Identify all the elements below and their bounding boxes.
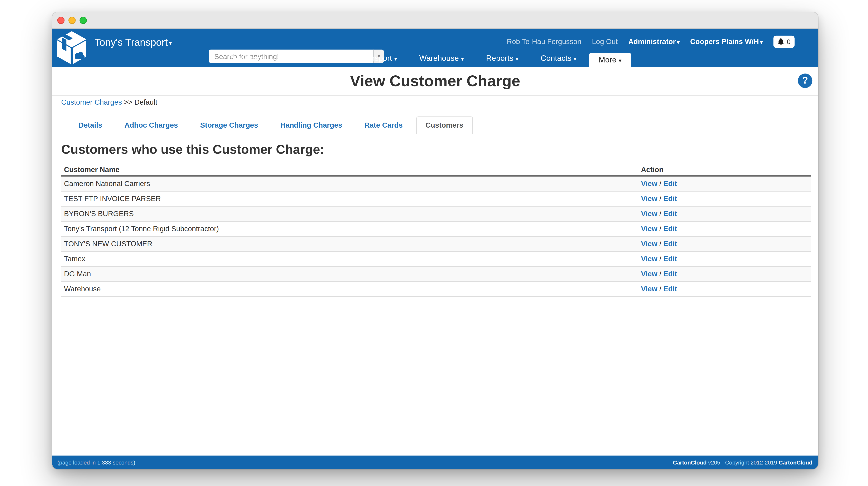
action-cell: View / Edit <box>638 206 811 221</box>
warehouse-dropdown[interactable]: Coopers Plains W/H▾ <box>690 37 763 46</box>
notifications-button[interactable]: 0 <box>773 35 795 48</box>
breadcrumb-customer-charges-link[interactable]: Customer Charges <box>61 98 122 106</box>
view-link[interactable]: View <box>641 179 657 188</box>
caret-down-icon: ▾ <box>574 56 576 62</box>
action-cell: View / Edit <box>638 221 811 236</box>
screenshot-stage: Tony's Transport▾ ▾ Rob Te-Hau Fergusson… <box>0 0 868 486</box>
edit-link[interactable]: Edit <box>663 269 677 278</box>
action-cell: View / Edit <box>638 252 811 266</box>
tab-storage-charges[interactable]: Storage Charges <box>191 117 267 134</box>
customer-name-cell: DG Man <box>61 266 638 282</box>
view-link[interactable]: View <box>641 285 657 293</box>
close-window-button[interactable] <box>57 17 65 24</box>
column-header-customer-name: Customer Name <box>61 164 638 176</box>
customer-name-cell: Tony's Transport (12 Tonne Rigid Subcont… <box>61 221 638 236</box>
caret-down-icon: ▾ <box>169 39 172 46</box>
user-menu: Rob Te-Hau Fergusson Log Out Administrat… <box>507 35 795 48</box>
nav-item-reports[interactable]: Reports▾ <box>476 50 528 67</box>
footer-brand: CartonCloud <box>673 459 707 465</box>
tab-handling-charges[interactable]: Handling Charges <box>272 117 351 134</box>
main-nav: Dashboard +Quick Add▾ Transport▾ Warehou… <box>219 50 631 67</box>
app-window: Tony's Transport▾ ▾ Rob Te-Hau Fergusson… <box>52 12 818 469</box>
view-link[interactable]: View <box>641 225 657 233</box>
view-link[interactable]: View <box>641 209 657 218</box>
caret-down-icon: ▾ <box>516 56 518 62</box>
caret-down-icon: ▾ <box>461 56 464 62</box>
caret-down-icon: ▾ <box>334 56 337 62</box>
action-cell: View / Edit <box>638 236 811 252</box>
logout-link[interactable]: Log Out <box>592 37 618 46</box>
tenant-menu[interactable]: Tony's Transport▾ <box>95 36 172 49</box>
nav-item-dashboard[interactable]: Dashboard <box>219 50 276 67</box>
customers-table: Customer Name Action Cameron National Ca… <box>61 164 811 297</box>
footer-brand-2: CartonCloud <box>779 459 812 465</box>
breadcrumb-separator: >> <box>124 98 134 106</box>
action-cell: View / Edit <box>638 176 811 191</box>
tab-adhoc-charges[interactable]: Adhoc Charges <box>116 117 187 134</box>
nav-item-warehouse[interactable]: Warehouse▾ <box>410 50 473 67</box>
section-heading: Customers who use this Customer Charge: <box>61 142 811 157</box>
tab-rate-cards[interactable]: Rate Cards <box>355 117 411 134</box>
table-row: Cameron National Carriers View / Edit <box>61 176 811 191</box>
edit-link[interactable]: Edit <box>663 285 677 293</box>
notification-count: 0 <box>787 37 790 45</box>
customer-name-cell: TONY'S NEW CUSTOMER <box>61 236 638 252</box>
footer-copyright: CartonCloud v205 - Copyright 2012-2019 C… <box>673 459 812 465</box>
user-name: Rob Te-Hau Fergusson <box>507 37 582 46</box>
tab-details[interactable]: Details <box>69 117 111 134</box>
zoom-window-button[interactable] <box>80 17 87 24</box>
customer-name-cell: Cameron National Carriers <box>61 176 638 191</box>
table-header-row: Customer Name Action <box>61 164 811 176</box>
customer-name-cell: Warehouse <box>61 282 638 296</box>
table-row: Tamex View / Edit <box>61 252 811 266</box>
action-cell: View / Edit <box>638 191 811 206</box>
bell-icon <box>777 37 785 45</box>
plus-icon: + <box>289 54 294 63</box>
table-row: TONY'S NEW CUSTOMER View / Edit <box>61 236 811 252</box>
tab-bar: Details Adhoc Charges Storage Charges Ha… <box>61 116 811 134</box>
table-row: DG Man View / Edit <box>61 266 811 282</box>
edit-link[interactable]: Edit <box>663 179 677 188</box>
customer-name-cell: TEST FTP INVOICE PARSER <box>61 191 638 206</box>
table-row: BYRON'S BURGERS View / Edit <box>61 206 811 221</box>
customer-name-cell: Tamex <box>61 252 638 266</box>
footer-bar: (page loaded in 1.383 seconds) CartonClo… <box>52 456 818 469</box>
nav-item-contacts[interactable]: Contacts▾ <box>531 50 586 67</box>
caret-down-icon: ▾ <box>760 39 763 45</box>
tenant-name: Tony's Transport <box>95 37 168 48</box>
view-link[interactable]: View <box>641 269 657 278</box>
view-link[interactable]: View <box>641 255 657 263</box>
minimize-window-button[interactable] <box>68 17 76 24</box>
edit-link[interactable]: Edit <box>663 195 677 203</box>
page-title-band: View Customer Charge <box>52 67 818 96</box>
view-link[interactable]: View <box>641 195 657 203</box>
action-cell: View / Edit <box>638 282 811 296</box>
breadcrumb-current: Default <box>134 98 157 106</box>
edit-link[interactable]: Edit <box>663 239 677 248</box>
app-header: Tony's Transport▾ ▾ Rob Te-Hau Fergusson… <box>52 29 818 67</box>
edit-link[interactable]: Edit <box>663 255 677 263</box>
role-dropdown[interactable]: Administrator▾ <box>628 37 680 46</box>
nav-item-transport[interactable]: Transport▾ <box>349 50 406 67</box>
nav-item-more[interactable]: More▾ <box>589 53 631 67</box>
table-row: Tony's Transport (12 Tonne Rigid Subcont… <box>61 221 811 236</box>
window-titlebar <box>52 12 818 29</box>
cartoncloud-logo-icon <box>56 31 88 65</box>
caret-down-icon: ▾ <box>619 57 621 63</box>
nav-item-quick-add[interactable]: +Quick Add▾ <box>280 50 346 67</box>
footer-version: v205 - Copyright 2012-2019 <box>708 459 777 465</box>
main-content: Customer Charges >> Default Details Adho… <box>52 98 818 297</box>
column-header-action: Action <box>638 164 811 176</box>
page-title: View Customer Charge <box>350 72 520 90</box>
edit-link[interactable]: Edit <box>663 225 677 233</box>
table-row: Warehouse View / Edit <box>61 282 811 296</box>
caret-down-icon: ▾ <box>677 39 680 45</box>
customer-name-cell: BYRON'S BURGERS <box>61 206 638 221</box>
action-cell: View / Edit <box>638 266 811 282</box>
help-icon[interactable]: ? <box>798 74 812 88</box>
tab-customers[interactable]: Customers <box>416 116 473 134</box>
edit-link[interactable]: Edit <box>663 209 677 218</box>
page-load-time: (page loaded in 1.383 seconds) <box>57 459 135 465</box>
view-link[interactable]: View <box>641 239 657 248</box>
breadcrumb: Customer Charges >> Default <box>61 98 811 107</box>
